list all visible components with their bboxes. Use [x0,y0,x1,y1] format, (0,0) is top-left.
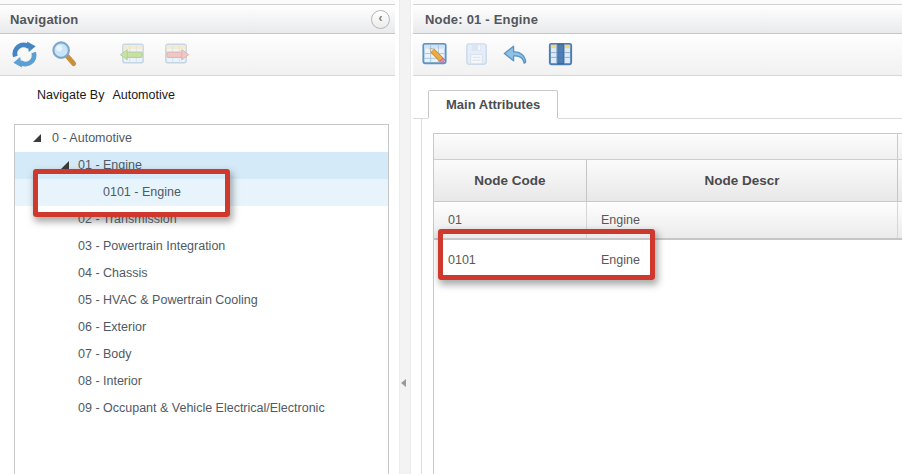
navigation-tree: 0 - Automotive 01 - Engine 0101 - Engine… [14,124,389,474]
chevron-left-icon: ‹ [379,11,383,25]
navigation-toolbar [0,34,395,76]
tree-item-09-occupant-vehicle-electrical[interactable]: 09 - Occupant & Vehicle Electrical/Elect… [15,395,388,422]
navigation-title: Navigation [0,12,78,27]
table-columns-icon [546,40,575,69]
tree-item-02-transmission[interactable]: 02 - Transmission [15,206,388,233]
panel-body-edge [421,118,422,474]
tree-item-0-automotive[interactable]: 0 - Automotive [15,125,388,152]
node-title: Node: 01 - Engine [413,12,538,27]
edit-button[interactable] [418,39,450,71]
navigate-by: Navigate ByAutomotive [37,88,175,102]
tree-item-08-interior[interactable]: 08 - Interior [15,368,388,395]
expanded-arrow-icon[interactable] [61,161,69,169]
tree-item-03-powertrain-integration[interactable]: 03 - Powertrain Integration [15,233,388,260]
node-toolbar [413,34,902,76]
tab-main-attributes[interactable]: Main Attributes [428,90,558,118]
navigate-by-label: Navigate By [37,88,104,102]
columns-button[interactable] [544,39,576,71]
splitter-collapse-arrow-icon[interactable] [397,379,406,387]
refresh-button[interactable] [8,39,40,71]
tree-item-0101-engine[interactable]: 0101 - Engine [15,179,388,206]
table-arrow-left-icon [118,40,147,69]
splitter-bar[interactable] [399,0,411,474]
undo-icon [501,40,530,69]
column-header-node-descr[interactable]: Node Descr [587,160,898,201]
cell-node-descr: Engine [587,240,898,280]
tree-item-05-hvac-powertrain-cooling[interactable]: 05 - HVAC & Powertrain Cooling [15,287,388,314]
collapse-panel-button[interactable]: ‹ [371,10,390,29]
column-header-node-code[interactable]: Node Code [434,160,587,201]
cell-node-code: 01 [434,202,587,238]
navigate-by-value: Automotive [112,88,175,102]
move-right-button[interactable] [160,39,192,71]
grid-row-0101[interactable]: 0101 Engine [434,240,902,280]
navigation-header: Navigation ‹ [0,4,395,34]
grid-header-row: Node Code Node Descr [434,160,902,202]
grid-top-band [434,134,902,160]
expanded-arrow-icon[interactable] [33,134,41,142]
save-button[interactable] [460,39,492,71]
node-header: Node: 01 - Engine [413,4,902,34]
tree-item-06-exterior[interactable]: 06 - Exterior [15,314,388,341]
undo-button[interactable] [499,39,531,71]
panel-splitter [395,0,413,474]
tree-item-01-engine[interactable]: 01 - Engine [15,152,388,179]
tree-item-04-chassis[interactable]: 04 - Chassis [15,260,388,287]
navigation-panel: Navigation ‹ [0,0,395,474]
cell-node-code: 0101 [434,240,587,280]
edit-table-icon [420,40,449,69]
search-icon [50,40,79,69]
cell-node-descr: Engine [587,202,898,238]
refresh-icon [10,40,39,69]
column-header-spacer [898,160,902,201]
table-arrow-right-icon [162,40,191,69]
node-detail-panel: Node: 01 - Engine [413,0,902,474]
attributes-grid: Node Code Node Descr 01 Engine 0101 Engi… [433,133,902,474]
move-left-button[interactable] [116,39,148,71]
tree-item-07-body[interactable]: 07 - Body [15,341,388,368]
grid-row-01[interactable]: 01 Engine [434,202,902,240]
tab-strip: Main Attributes [413,90,902,119]
save-icon [462,40,491,69]
search-button[interactable] [48,39,80,71]
